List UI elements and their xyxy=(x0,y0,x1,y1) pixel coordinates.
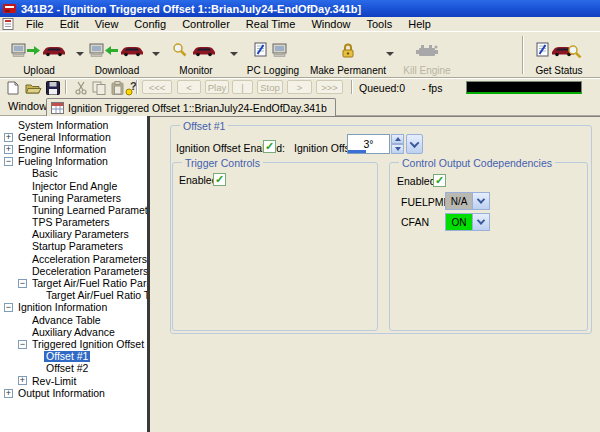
toolbar-separator xyxy=(65,80,67,94)
get-status-icon xyxy=(536,35,582,65)
chevron-down-icon xyxy=(410,138,420,148)
tree-item-injector-end-angle[interactable]: Injector End Angle xyxy=(0,180,147,192)
combo-dropdown-button[interactable] xyxy=(473,214,489,230)
expand-plus-icon[interactable] xyxy=(4,133,13,142)
tree-item-offset-2[interactable]: Offset #2 xyxy=(0,363,147,375)
stop-button: Stop xyxy=(257,80,283,94)
main-panel: Offset #1 Ignition Offset Enabled: Ignit… xyxy=(150,116,600,432)
tree-item-tuning-parameters[interactable]: Tuning Parameters xyxy=(0,192,147,204)
document-icon[interactable] xyxy=(2,18,15,30)
menu-bar: File Edit View Config Controller Real Ti… xyxy=(0,17,600,31)
menu-edit[interactable]: Edit xyxy=(52,17,87,31)
trigger-enabled-checkbox[interactable] xyxy=(213,173,226,186)
lock-icon xyxy=(341,35,355,65)
chevron-down-icon xyxy=(477,195,485,203)
menu-config[interactable]: Config xyxy=(126,17,174,31)
fuelpmp-value: N/A xyxy=(446,193,473,209)
queued-count: Queued:0 xyxy=(359,82,405,94)
ignition-offset-value-field[interactable]: 3° xyxy=(347,134,390,154)
download-car-icon xyxy=(89,35,145,65)
windows-tab-bar: Windows Ignition Triggered Offset 1::Bri… xyxy=(0,96,600,116)
forward-fast-button: >>> xyxy=(316,80,343,94)
tree-item-auxiliary-advance[interactable]: Auxiliary Advance xyxy=(0,326,147,338)
tree-item-target-afr-parameters[interactable]: Target Air/Fuel Ratio Parameters xyxy=(0,277,147,289)
get-status-button[interactable]: Get Status xyxy=(528,34,590,76)
spin-up-button[interactable] xyxy=(391,134,404,144)
codep-enabled-checkbox[interactable] xyxy=(433,174,446,187)
tree-item-target-afr-table[interactable]: Target Air/Fuel Ratio Table xyxy=(0,290,147,302)
menu-window[interactable]: Window xyxy=(303,17,358,31)
save-button[interactable] xyxy=(44,80,62,96)
make-permanent-dropdown-icon[interactable] xyxy=(386,52,394,56)
tree-item-offset-1[interactable]: Offset #1 xyxy=(0,351,147,363)
tree-item-engine-information[interactable]: Engine Information xyxy=(0,143,147,155)
menu-tools[interactable]: Tools xyxy=(359,17,401,31)
tree-item-general-information[interactable]: General Information xyxy=(0,131,147,143)
step-forward-button: > xyxy=(287,80,312,94)
tree-item-output-information[interactable]: Output Information xyxy=(0,387,147,399)
save-floppy-icon xyxy=(46,81,60,95)
menu-file[interactable]: File xyxy=(18,17,52,31)
tree-item-rev-limit[interactable]: Rev-Limit xyxy=(0,375,147,387)
menu-real-time[interactable]: Real Time xyxy=(238,17,304,31)
ignition-offset-enabled-checkbox[interactable] xyxy=(263,140,276,153)
chevron-down-icon xyxy=(477,216,485,224)
tree-item-system-information[interactable]: System Information xyxy=(0,119,147,131)
expand-minus-icon[interactable] xyxy=(18,340,27,349)
cfan-combo[interactable]: ON xyxy=(445,213,490,231)
fps-label: - fps xyxy=(422,82,442,94)
monitor-car-icon xyxy=(173,35,219,65)
engine-icon xyxy=(415,35,439,65)
copy-button xyxy=(90,80,108,96)
value-fill-bar xyxy=(348,150,366,153)
open-file-button[interactable] xyxy=(24,80,42,96)
tree-item-acceleration-parameters[interactable]: Acceleration Parameters xyxy=(0,253,147,265)
download-dropdown-icon[interactable] xyxy=(152,52,160,56)
monitor-dropdown-icon[interactable] xyxy=(230,52,238,56)
pc-logging-button[interactable]: PC Logging xyxy=(242,34,304,76)
expand-plus-icon[interactable] xyxy=(18,376,27,385)
tree-item-advance-table[interactable]: Advance Table xyxy=(0,314,147,326)
offset-dropdown-button[interactable] xyxy=(406,134,423,154)
download-button[interactable]: Download xyxy=(86,34,148,76)
monitor-button[interactable]: Monitor xyxy=(166,34,226,76)
expand-plus-icon[interactable] xyxy=(4,145,13,154)
make-permanent-button[interactable]: Make Permanent xyxy=(308,34,388,76)
tab-ignition-triggered-offset[interactable]: Ignition Triggered Offset 1::BrianJuly24… xyxy=(46,98,336,116)
tree-item-startup-parameters[interactable]: Startup Parameters xyxy=(0,241,147,253)
spin-down-button[interactable] xyxy=(391,144,404,154)
expand-minus-icon[interactable] xyxy=(18,279,27,288)
fuelpmp-label: FUELPMP xyxy=(401,196,451,208)
cut-scissors-icon xyxy=(75,81,87,95)
tree-item-tuning-learned-parameters[interactable]: Tuning Learned Parameters xyxy=(0,204,147,216)
toolbar-separator xyxy=(136,80,138,94)
tree-item-fueling-information[interactable]: Fueling Information xyxy=(0,156,147,168)
copy-icon xyxy=(92,81,106,95)
title-bar: 341B2 - [Ignition Triggered Offset 1::Br… xyxy=(0,0,600,17)
groupbox-title: Control Output Codependencies xyxy=(399,157,555,169)
expand-minus-icon[interactable] xyxy=(4,303,13,312)
menu-view[interactable]: View xyxy=(87,17,127,31)
upload-button[interactable]: Upload xyxy=(4,34,74,76)
down-arrow-icon xyxy=(395,147,401,151)
expand-minus-icon[interactable] xyxy=(4,157,13,166)
tree-item-triggered-ignition-offset[interactable]: Triggered Ignition Offset xyxy=(0,338,147,350)
app-icon xyxy=(3,2,17,15)
fuelpmp-combo[interactable]: N/A xyxy=(445,192,490,210)
tree-item-tps-parameters[interactable]: TPS Parameters xyxy=(0,217,147,229)
tab-title: Ignition Triggered Offset 1::BrianJuly24… xyxy=(68,102,327,114)
tree-item-deceleration-parameters[interactable]: Deceleration Parameters xyxy=(0,265,147,277)
combo-dropdown-button[interactable] xyxy=(473,193,489,209)
tree-item-basic[interactable]: Basic xyxy=(0,168,147,180)
play-button: Play xyxy=(205,80,229,94)
expand-plus-icon[interactable] xyxy=(4,389,13,398)
upload-dropdown-icon[interactable] xyxy=(76,52,84,56)
menu-help[interactable]: Help xyxy=(400,17,439,31)
new-file-button[interactable] xyxy=(4,80,22,96)
cfan-value: ON xyxy=(446,214,473,230)
spin-buttons xyxy=(391,134,404,154)
tree-item-ignition-information[interactable]: Ignition Information xyxy=(0,302,147,314)
tree-item-auxiliary-parameters[interactable]: Auxiliary Parameters xyxy=(0,229,147,241)
menu-controller[interactable]: Controller xyxy=(174,17,238,31)
new-file-icon xyxy=(7,81,19,95)
